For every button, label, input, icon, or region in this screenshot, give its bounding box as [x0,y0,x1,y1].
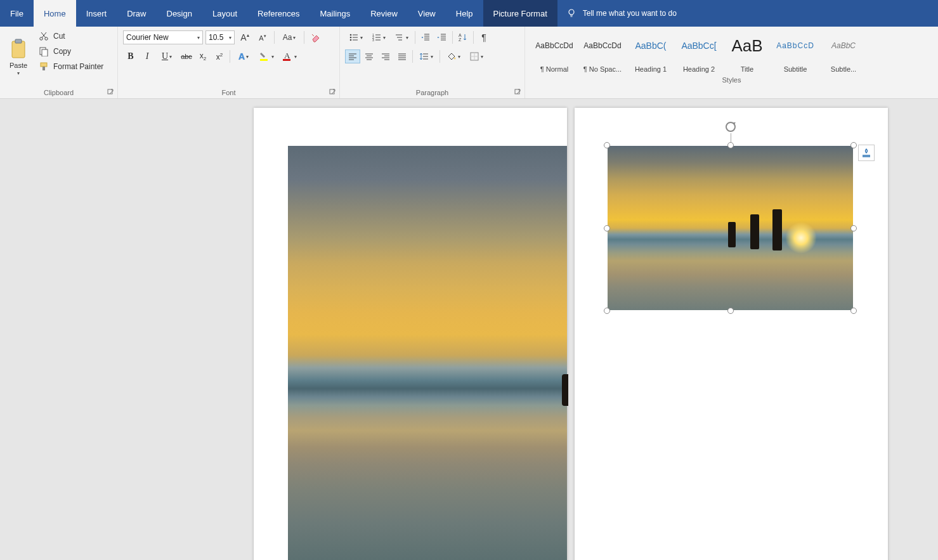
tab-design[interactable]: Design [157,0,202,27]
underline-button[interactable]: U▾ [156,49,178,63]
decrease-indent-button[interactable] [418,30,433,44]
highlight-icon [259,51,270,62]
svg-text:Z: Z [459,37,462,42]
align-right-button[interactable] [378,49,393,63]
shrink-font-button[interactable]: A▾ [255,30,270,44]
shading-button[interactable]: ▾ [443,49,464,63]
line-spacing-button[interactable]: ▾ [415,49,437,63]
bold-button[interactable]: B [123,49,138,63]
change-case-icon: Aa [283,33,292,42]
svg-text:A: A [284,51,290,60]
chevron-down-icon: ▾ [481,54,483,60]
style-no-spacing[interactable]: AaBbCcDd¶ No Spac... [578,29,627,76]
indent-icon [437,32,447,42]
italic-button[interactable]: I [140,49,155,63]
style-heading1[interactable]: AaBbC(Heading 1 [627,29,675,76]
ribbon: Paste ▾ Cut Copy Format Painter Clipboar… [0,27,938,99]
style-normal[interactable]: AaBbCcDd¶ Normal [530,29,578,76]
svg-text:3: 3 [372,38,374,42]
group-label-clipboard: Clipboard [0,89,117,98]
chevron-down-icon: ▾ [197,35,200,41]
group-label-paragraph: Paragraph [340,89,524,98]
tab-mailings[interactable]: Mailings [310,0,361,27]
align-left-button[interactable] [345,49,360,63]
svg-rect-2 [15,39,22,43]
tab-review[interactable]: Review [360,0,408,27]
paint-bucket-icon [446,51,457,62]
tab-layout[interactable]: Layout [202,0,247,27]
svg-rect-8 [42,67,45,70]
tab-file[interactable]: File [0,0,34,27]
copy-button[interactable]: Copy [36,44,106,58]
tab-help[interactable]: Help [446,0,483,27]
font-launcher[interactable] [329,89,337,96]
italic-icon: I [146,51,149,62]
cut-button[interactable]: Cut [36,29,106,43]
tab-view[interactable]: View [408,0,446,27]
superscript-button[interactable]: x2 [212,49,227,63]
numbering-icon: 123 [372,32,382,42]
svg-rect-12 [283,59,290,61]
bullets-button[interactable]: ▾ [345,30,367,44]
align-center-button[interactable] [362,49,377,63]
svg-point-15 [350,37,352,39]
text-effects-button[interactable]: A▾ [233,49,254,63]
superscript-icon: x2 [216,52,223,62]
chevron-down-icon: ▾ [406,35,408,41]
justify-button[interactable] [394,49,410,63]
multilevel-list-button[interactable]: ▾ [391,30,412,44]
chevron-down-icon: ▾ [293,35,296,41]
style-heading2[interactable]: AaBbCc[Heading 2 [675,29,723,76]
multilevel-icon [394,32,405,42]
style-subtitle[interactable]: AaBbCcDSubtitle [771,29,819,76]
highlight-button[interactable]: ▾ [256,49,277,63]
borders-button[interactable]: ▾ [466,49,487,63]
ribbon-tabs: File Home Insert Draw Design Layout Refe… [0,0,938,27]
increase-indent-button[interactable] [434,30,450,44]
paintbrush-icon [38,61,49,72]
chevron-down-icon: ▾ [229,35,231,41]
tab-home[interactable]: Home [34,0,76,27]
group-label-font: Font [118,89,339,98]
svg-rect-10 [260,59,268,61]
font-color-button[interactable]: A▾ [278,49,300,63]
chevron-down-icon: ▾ [169,54,172,60]
group-font: Courier New▾ 10.5▾ A▴ A▾ Aa▾ B I U▾ abc … [118,27,340,98]
align-right-icon [381,51,391,62]
style-title[interactable]: AaBTitle [723,29,771,76]
justify-icon [397,51,407,62]
tab-draw[interactable]: Draw [117,0,156,27]
chevron-down-icon: ▾ [17,70,20,76]
svg-point-3 [40,37,42,40]
group-clipboard: Paste ▾ Cut Copy Format Painter Clipboar… [0,27,118,98]
svg-text:A: A [459,33,462,37]
font-size-combo[interactable]: 10.5▾ [205,30,235,44]
format-painter-button[interactable]: Format Painter [36,60,106,74]
eraser-icon [311,32,321,42]
paste-button[interactable]: Paste ▾ [5,29,32,84]
paste-icon [9,37,28,60]
clear-formatting-button[interactable] [308,30,323,44]
tab-picture-format[interactable]: Picture Format [483,0,557,27]
numbering-button[interactable]: 123▾ [368,30,389,44]
svg-rect-7 [41,63,47,67]
change-case-button[interactable]: Aa▾ [278,30,300,44]
subscript-button[interactable]: x2 [195,49,211,63]
tab-references[interactable]: References [247,0,309,27]
paragraph-launcher[interactable] [514,89,522,96]
font-color-icon: A [282,51,293,62]
show-marks-button[interactable]: ¶ [476,30,492,44]
font-name-combo[interactable]: Courier New▾ [123,30,203,44]
style-subtle[interactable]: AaBbCSubtle... [819,29,868,76]
clipboard-launcher[interactable] [107,89,115,96]
tab-insert[interactable]: Insert [76,0,117,27]
grow-font-button[interactable]: A▴ [237,30,252,44]
shrink-font-icon: A▾ [259,34,266,42]
copy-icon [38,46,49,57]
bold-icon: B [127,51,133,62]
align-center-icon [364,51,374,62]
svg-point-4 [45,37,48,40]
tell-me-search[interactable]: Tell me what you want to do [557,0,686,27]
strikethrough-button[interactable]: abc [179,49,194,63]
sort-button[interactable]: AZ [455,30,471,44]
